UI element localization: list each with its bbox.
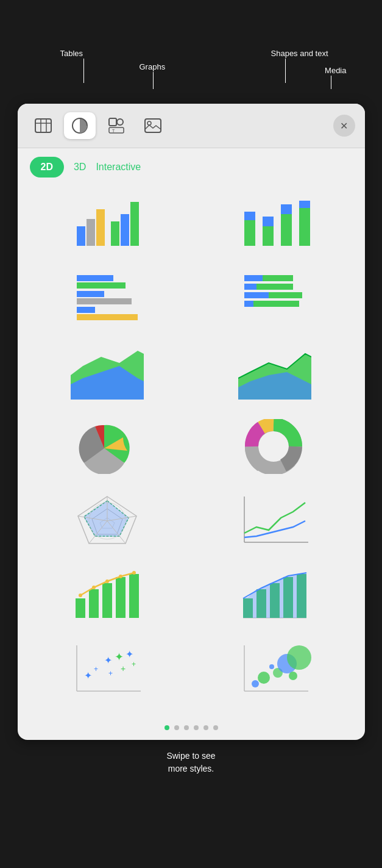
svg-text:✦: ✦ <box>115 651 124 663</box>
svg-point-65 <box>92 586 96 589</box>
pagination-dot-4[interactable] <box>194 725 199 730</box>
svg-rect-37 <box>244 301 253 307</box>
tab-2d[interactable]: 2D <box>30 157 64 178</box>
svg-rect-17 <box>244 220 255 246</box>
svg-rect-19 <box>263 226 274 246</box>
svg-rect-18 <box>244 212 255 220</box>
svg-rect-27 <box>77 291 104 297</box>
svg-rect-29 <box>77 307 95 313</box>
chart-bar-line[interactable] <box>24 558 191 633</box>
svg-rect-0 <box>35 119 51 132</box>
chart-line[interactable] <box>191 484 359 558</box>
tab-tables[interactable] <box>27 112 59 139</box>
svg-rect-32 <box>263 275 293 281</box>
annotation-media: Media <box>325 66 346 75</box>
chart-type-tabs: 2D 3D Interactive <box>18 148 365 186</box>
svg-point-4 <box>73 118 87 133</box>
pagination-dot-3[interactable] <box>184 725 189 730</box>
svg-rect-34 <box>256 284 293 290</box>
svg-rect-35 <box>244 292 269 298</box>
svg-text:+: + <box>121 664 126 673</box>
pagination-dot-1[interactable] <box>164 725 169 730</box>
pagination <box>18 719 365 740</box>
svg-point-93 <box>287 645 311 670</box>
svg-text:+: + <box>108 669 113 678</box>
chart-bar-grouped[interactable] <box>24 186 191 260</box>
svg-rect-38 <box>253 301 299 307</box>
svg-rect-23 <box>299 208 310 246</box>
svg-rect-30 <box>77 314 138 320</box>
svg-rect-62 <box>116 577 126 618</box>
chart-donut[interactable] <box>191 409 359 484</box>
svg-text:✦: ✦ <box>84 670 92 681</box>
svg-rect-31 <box>244 275 263 281</box>
chart-picker-panel: T ✕ 2D 3D Interactive <box>18 104 365 740</box>
svg-rect-60 <box>89 589 99 618</box>
chart-area-line[interactable] <box>191 335 359 409</box>
tab-3d[interactable]: 3D <box>74 162 86 173</box>
svg-text:+: + <box>94 665 98 673</box>
annotation-graphs: Graphs <box>140 62 166 71</box>
svg-rect-33 <box>244 284 256 290</box>
svg-text:✦: ✦ <box>104 655 112 665</box>
svg-point-94 <box>289 672 297 680</box>
svg-point-88 <box>252 680 259 687</box>
svg-rect-12 <box>87 219 95 246</box>
svg-text:✦: ✦ <box>126 649 133 659</box>
svg-rect-28 <box>77 298 132 304</box>
svg-point-10 <box>147 121 151 125</box>
svg-text:+: + <box>132 660 136 669</box>
svg-rect-21 <box>281 214 292 246</box>
tab-interactive[interactable]: Interactive <box>96 162 141 173</box>
tab-shapes[interactable]: T <box>101 112 132 139</box>
chart-radar[interactable] <box>24 484 191 558</box>
pagination-dot-2[interactable] <box>174 725 179 730</box>
chart-hbar-stacked[interactable] <box>191 260 359 335</box>
svg-rect-13 <box>96 209 105 246</box>
svg-point-66 <box>105 579 109 583</box>
svg-point-91 <box>269 664 274 669</box>
svg-rect-36 <box>269 292 302 298</box>
svg-text:T: T <box>112 129 115 133</box>
chart-scatter[interactable]: ✦ + ✦ + ✦ + ✦ + <box>24 633 191 707</box>
svg-rect-22 <box>281 204 292 214</box>
svg-rect-63 <box>129 574 139 618</box>
svg-point-68 <box>132 571 136 575</box>
svg-point-89 <box>258 672 270 684</box>
pagination-dot-5[interactable] <box>203 725 208 730</box>
svg-point-64 <box>79 594 82 597</box>
chart-bubble[interactable] <box>191 633 359 707</box>
svg-rect-25 <box>77 275 113 281</box>
chart-grid: ✦ + ✦ + ✦ + ✦ + <box>18 186 365 719</box>
svg-marker-75 <box>243 573 306 618</box>
chart-bar-stacked[interactable] <box>191 186 359 260</box>
svg-rect-24 <box>299 201 310 208</box>
annotation-shapes: Shapes and text <box>271 49 328 58</box>
chart-pie[interactable] <box>24 409 191 484</box>
svg-point-6 <box>117 119 123 125</box>
svg-rect-26 <box>77 282 126 289</box>
svg-point-45 <box>263 436 285 457</box>
svg-point-67 <box>119 575 122 578</box>
close-button[interactable]: ✕ <box>333 115 355 137</box>
tab-graphs[interactable] <box>64 112 96 139</box>
svg-rect-5 <box>109 118 116 126</box>
chart-area[interactable] <box>24 335 191 409</box>
svg-rect-61 <box>102 583 112 618</box>
pagination-dot-6[interactable] <box>213 725 218 730</box>
toolbar: T ✕ <box>18 104 365 148</box>
annotation-tables: Tables <box>60 49 83 58</box>
chart-bar-line-2[interactable] <box>191 558 359 633</box>
svg-rect-14 <box>111 221 119 246</box>
svg-rect-16 <box>130 202 139 246</box>
svg-rect-15 <box>121 214 129 246</box>
svg-rect-9 <box>145 119 161 132</box>
svg-rect-11 <box>77 226 85 246</box>
svg-rect-7 <box>109 127 124 133</box>
chart-hbar-grouped[interactable] <box>24 260 191 335</box>
tab-media[interactable] <box>137 112 169 139</box>
svg-rect-20 <box>263 217 274 226</box>
swipe-hint: Swipe to seemore styles. <box>166 750 215 775</box>
svg-rect-59 <box>76 598 85 618</box>
